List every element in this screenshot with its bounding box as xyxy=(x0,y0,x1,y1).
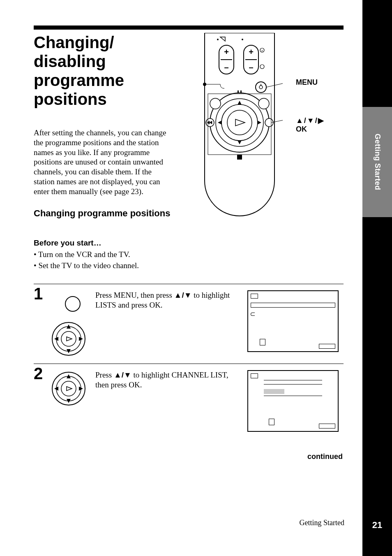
step-divider xyxy=(34,364,344,364)
screen-row xyxy=(264,384,322,385)
page-number: 21 xyxy=(362,520,392,531)
side-bar-bottom-black xyxy=(362,217,392,556)
top-rule xyxy=(34,25,344,30)
screen-footer-box xyxy=(319,424,335,429)
step-text: Press MENU, then press ▲/▼ to highlight … xyxy=(95,290,239,310)
before-you-start-list: Turn on the VCR and the TV. Set the TV t… xyxy=(34,249,182,271)
svg-text:+: + xyxy=(249,47,254,56)
screen-illustration xyxy=(247,290,339,352)
svg-text:A: A xyxy=(261,49,263,52)
step-text: Press ▲/▼ to highlight CHANNEL LIST, the… xyxy=(95,370,239,390)
screen-header-icon xyxy=(251,294,258,299)
up-down-arrows-icon: ▲/▼ xyxy=(174,291,192,299)
svg-text:–: – xyxy=(249,63,253,72)
screen-illustration xyxy=(247,370,339,432)
footer-section-label: Getting Started xyxy=(0,519,344,527)
screen-highlight xyxy=(264,389,284,394)
step-number: 2 xyxy=(34,364,43,383)
before-you-start-heading: Before you start… xyxy=(34,239,101,248)
list-item: Turn on the VCR and the TV. xyxy=(34,249,182,260)
step-number: 1 xyxy=(34,285,43,303)
screen-header-icon xyxy=(251,373,258,378)
remote-illustration: + – + – A xyxy=(196,33,283,222)
svg-point-0 xyxy=(217,39,219,40)
remote-label-arrows: ▲/▼/▶ xyxy=(296,116,324,125)
screen-menu-bar xyxy=(251,303,335,308)
step-remote-icon xyxy=(50,294,87,355)
step-text-pre: Press MENU, then press xyxy=(95,291,174,299)
svg-point-38 xyxy=(61,381,76,396)
svg-point-32 xyxy=(65,297,80,311)
screen-cursor-icon xyxy=(251,313,255,316)
up-arrow-icon: ▲ xyxy=(296,116,303,125)
remote-label-menu: MENU xyxy=(296,78,318,87)
continued-label: continued xyxy=(307,452,343,461)
list-item: Set the TV to the video channel. xyxy=(34,260,182,271)
remote-icon: + – + – A xyxy=(196,33,283,222)
side-tab: Getting Started xyxy=(362,107,392,217)
svg-point-1 xyxy=(242,39,243,40)
remote-label-ok: OK xyxy=(296,125,307,134)
step-text-pre: Press xyxy=(95,371,114,379)
svg-point-15 xyxy=(256,82,266,93)
side-bar-top-black xyxy=(362,0,392,107)
screen-row xyxy=(264,380,322,380)
right-arrow-icon: ▶ xyxy=(318,116,324,125)
svg-point-35 xyxy=(61,331,76,346)
screen-row xyxy=(264,396,322,396)
step-divider xyxy=(34,284,344,284)
svg-text:+: + xyxy=(224,47,229,56)
page-title: Changing/ disabling programme positions xyxy=(34,33,165,109)
step-remote-icon xyxy=(50,370,87,407)
screen-footer-icon xyxy=(260,339,265,345)
intro-paragraph: After setting the channels, you can chan… xyxy=(34,128,169,196)
screen-footer-box xyxy=(319,344,335,349)
svg-point-27 xyxy=(210,98,221,109)
subsection-heading: Changing programme positions xyxy=(34,208,173,218)
svg-point-24 xyxy=(227,110,252,135)
down-arrow-icon: ▼ xyxy=(307,116,314,125)
side-tab-label: Getting Started xyxy=(373,134,382,190)
up-down-arrows-icon: ▲/▼ xyxy=(114,371,131,379)
svg-point-28 xyxy=(258,98,269,109)
svg-rect-29 xyxy=(237,155,242,160)
svg-text:–: – xyxy=(224,63,228,72)
screen-footer-icon xyxy=(269,419,274,425)
